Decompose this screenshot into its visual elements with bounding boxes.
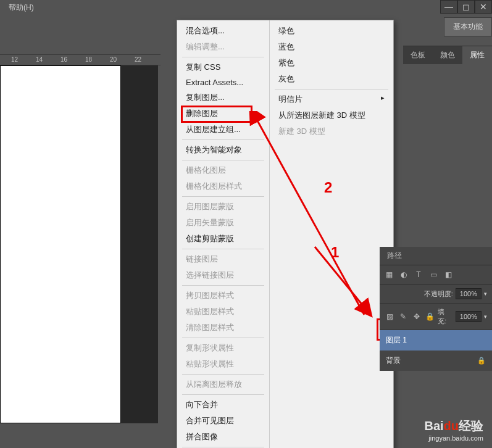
- menu-enable-vector-mask: 启用矢量蒙版: [177, 215, 269, 231]
- close-button[interactable]: ✕: [475, 0, 492, 14]
- workspace-essentials-button[interactable]: 基本功能: [444, 17, 492, 36]
- menu-separator: [182, 374, 264, 375]
- menu-copy-layer-style: 拷贝图层样式: [177, 288, 269, 304]
- menu-separator: [182, 160, 264, 160]
- menu-copy-css[interactable]: 复制 CSS: [177, 59, 269, 75]
- menubar: 帮助(H): [0, 0, 492, 15]
- menu-paste-shape-attrs: 粘贴形状属性: [177, 356, 269, 372]
- fill-label: 填充:: [438, 307, 453, 326]
- menu-postcard[interactable]: 明信片: [270, 91, 393, 107]
- menu-edit-adjustment: 编辑调整...: [177, 39, 269, 55]
- tab-paths[interactable]: 路径: [380, 247, 409, 265]
- menu-new-3d-model: 新建 3D 模型: [270, 123, 393, 139]
- menu-gray-color[interactable]: 灰色: [270, 71, 393, 87]
- menu-merge-down[interactable]: 向下合并: [177, 397, 269, 413]
- layers-filter-toolbar: ▦ ◐ T ▭ ◧: [380, 265, 492, 284]
- filter-type-icon[interactable]: T: [413, 269, 424, 280]
- lock-all-icon[interactable]: 🔒: [425, 311, 436, 322]
- tab-properties[interactable]: 属性: [462, 46, 492, 64]
- watermark-logo: Baidu经验: [424, 418, 483, 434]
- menu-create-clipping-mask[interactable]: 创建剪贴蒙版: [177, 231, 269, 247]
- fill-row: ▨ ✎ ✥ 🔒 填充: 100% ▾: [380, 304, 492, 330]
- minimize-button[interactable]: —: [440, 0, 457, 14]
- menu-rasterize-layer: 栅格化图层: [177, 162, 269, 178]
- chevron-down-icon[interactable]: ▾: [484, 313, 487, 320]
- fill-value[interactable]: 100%: [456, 311, 482, 322]
- maximize-button[interactable]: ◻: [457, 0, 475, 14]
- menu-link-layers: 链接图层: [177, 251, 269, 267]
- menu-paste-layer-style: 粘贴图层样式: [177, 304, 269, 320]
- lock-icon: 🔒: [477, 357, 486, 365]
- filter-adjust-icon[interactable]: ◐: [398, 269, 409, 280]
- menu-separator: [182, 139, 264, 140]
- layer-name: 图层 1: [386, 336, 407, 344]
- window-controls: — ◻ ✕: [440, 0, 492, 14]
- context-menu-left-column: 混合选项... 编辑调整... 复制 CSS Extract Assets...…: [177, 20, 270, 448]
- menu-duplicate-layer[interactable]: 复制图层...: [177, 89, 269, 106]
- watermark: Baidu经验 jingyan.baidu.com: [424, 418, 483, 442]
- menu-group-from-layers[interactable]: 从图层建立组...: [177, 122, 269, 138]
- tab-color[interactable]: 颜色: [433, 46, 462, 64]
- menu-new-3d-from-layer[interactable]: 从所选图层新建 3D 模型: [270, 107, 393, 123]
- opacity-value[interactable]: 100%: [456, 288, 482, 299]
- lock-move-icon[interactable]: ✥: [411, 311, 422, 322]
- canvas-surround: [121, 65, 158, 423]
- filter-shape-icon[interactable]: ▭: [428, 269, 439, 280]
- menu-purple-color[interactable]: 紫色: [270, 55, 393, 71]
- menu-copy-shape-attrs: 复制形状属性: [177, 340, 269, 356]
- menu-help[interactable]: 帮助(H): [5, 1, 38, 14]
- chevron-down-icon[interactable]: ▾: [484, 291, 487, 297]
- menu-separator: [182, 338, 264, 338]
- lock-paint-icon[interactable]: ✎: [398, 311, 409, 322]
- workspace-toolbar: 基本功能: [444, 17, 492, 36]
- menu-separator: [182, 394, 264, 395]
- menu-separator: [182, 285, 264, 286]
- menu-delete-layer[interactable]: 删除图层: [177, 106, 269, 122]
- menu-separator: [275, 89, 388, 89]
- menu-separator: [182, 57, 264, 57]
- tab-swatches[interactable]: 色板: [403, 46, 433, 64]
- lock-transparent-icon[interactable]: ▨: [385, 311, 396, 322]
- menu-separator: [182, 249, 264, 249]
- menu-blending-options[interactable]: 混合选项...: [177, 23, 269, 39]
- menu-convert-smart-object[interactable]: 转换为智能对象: [177, 142, 269, 158]
- menu-isolate-layers: 从隔离图层释放: [177, 376, 269, 392]
- layer-row-background[interactable]: 背景 🔒: [380, 351, 492, 371]
- menu-flatten-image[interactable]: 拼合图像: [177, 429, 269, 445]
- right-panel-tabs: 色板 颜色 属性: [403, 46, 492, 64]
- watermark-url: jingyan.baidu.com: [424, 434, 483, 442]
- menu-rasterize-style: 栅格化图层样式: [177, 178, 269, 194]
- menu-select-linked: 选择链接图层: [177, 267, 269, 283]
- menu-blue-color[interactable]: 蓝色: [270, 39, 393, 55]
- canvas[interactable]: [0, 65, 121, 423]
- opacity-row: 不透明度: 100% ▾: [380, 284, 492, 304]
- menu-extract-assets[interactable]: Extract Assets...: [177, 75, 269, 89]
- layer-row-layer1[interactable]: 图层 1: [380, 330, 492, 351]
- filter-image-icon[interactable]: ▦: [383, 269, 394, 280]
- context-menu-right-column: 绿色 蓝色 紫色 灰色 明信片 从所选图层新建 3D 模型 新建 3D 模型: [270, 20, 393, 448]
- menu-separator: [182, 196, 264, 197]
- context-menu: 混合选项... 编辑调整... 复制 CSS Extract Assets...…: [177, 20, 394, 448]
- filter-smart-icon[interactable]: ◧: [443, 269, 454, 280]
- menu-enable-layer-mask: 启用图层蒙版: [177, 199, 269, 215]
- opacity-label: 不透明度:: [424, 289, 453, 299]
- menu-separator: [182, 447, 264, 447]
- ruler: 12 14 16 18 20 22: [0, 54, 161, 65]
- layer-name: 背景: [386, 355, 401, 366]
- menu-merge-visible[interactable]: 合并可见图层: [177, 413, 269, 429]
- menu-green-color[interactable]: 绿色: [270, 23, 393, 39]
- menu-clear-layer-style: 清除图层样式: [177, 320, 269, 336]
- layers-panel: 路径 ▦ ◐ T ▭ ◧ 不透明度: 100% ▾ ▨ ✎ ✥ 🔒 填充: 10…: [380, 247, 492, 371]
